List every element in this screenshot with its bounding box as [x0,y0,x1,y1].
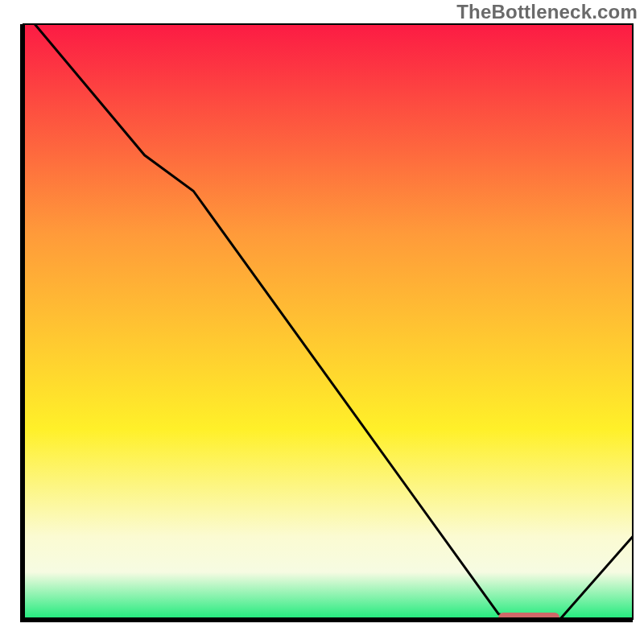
plot-background [23,24,633,620]
chart-container: { "watermark": "TheBottleneck.com", "col… [0,0,644,644]
bottleneck-chart [0,0,644,644]
watermark-text: TheBottleneck.com [456,1,638,23]
